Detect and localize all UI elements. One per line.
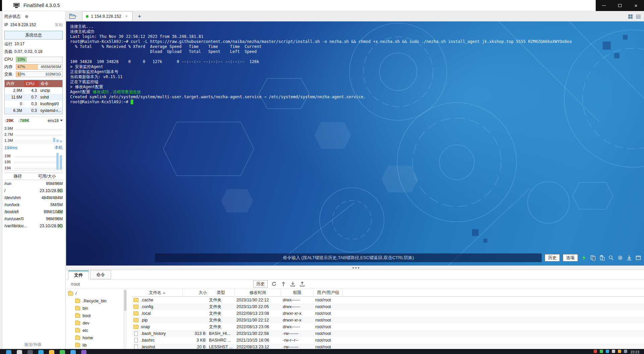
download-icon[interactable] (626, 255, 632, 261)
tree-item-root[interactable]: / (66, 290, 123, 297)
close-tab-icon[interactable]: × (125, 14, 127, 19)
tray-app3-icon[interactable] (612, 350, 615, 353)
path-input[interactable]: /root (66, 282, 644, 287)
file-column-header[interactable]: 用户/用户组 (314, 289, 343, 296)
meter-percent: 47% (17, 65, 25, 69)
file-history-button[interactable]: 历史 (253, 280, 268, 288)
folder-icon (75, 343, 80, 347)
lightning-icon[interactable] (581, 255, 587, 261)
process-column-header[interactable]: CPU (24, 80, 39, 87)
app-icon[interactable] (81, 350, 87, 354)
start-icon[interactable] (6, 350, 11, 354)
qq-icon[interactable] (70, 350, 76, 354)
tree-scrollbar[interactable] (123, 289, 127, 349)
menu-icon[interactable] (636, 15, 641, 18)
terminal-line: 正在获取监控Agent版本号 (70, 69, 643, 74)
title-bar: FinalShell 4.3.0.5 × (0, 0, 644, 11)
panel-splitter[interactable] (66, 266, 644, 270)
explorer-icon[interactable] (49, 350, 54, 354)
taskview-icon[interactable] (28, 350, 33, 354)
process-row[interactable]: 00.3ksoftirqd/0 (5, 101, 62, 107)
file-name: .bash_history (141, 331, 166, 336)
upload-file-icon[interactable] (299, 281, 305, 287)
refresh-icon[interactable] (271, 281, 277, 287)
tree-item[interactable]: boot (66, 312, 123, 319)
file-column-header[interactable]: 类型 (207, 289, 235, 296)
window-icon[interactable] (635, 255, 641, 261)
file-row[interactable]: .bashrc3 KBBASHRC ...2021/10/15 18:06-rw… (132, 337, 644, 344)
process-column-header[interactable]: 命令 (39, 80, 62, 87)
search-icon[interactable] (17, 350, 22, 354)
gear-icon[interactable] (617, 255, 623, 261)
process-row[interactable]: 6.3M0.3systemd-r... (5, 107, 62, 114)
new-tab-button[interactable]: + (137, 13, 143, 21)
process-row[interactable]: 2.9M4.3unzip (5, 87, 62, 94)
tray-app1-icon[interactable] (600, 350, 603, 353)
tree-item[interactable]: etc (66, 327, 123, 334)
open-connection-button[interactable] (66, 11, 79, 21)
disk-size-header[interactable]: 可用/大小 (31, 174, 63, 179)
tree-item-label: boot (83, 313, 91, 318)
tab-files[interactable]: 文件 (68, 271, 89, 280)
copy-ip-button[interactable]: 复制 (55, 22, 63, 28)
file-column-header[interactable]: 修改时间 (235, 289, 281, 296)
options-button[interactable]: 选项 (563, 254, 578, 261)
tray-app4-icon[interactable] (618, 350, 621, 353)
file-column-header[interactable]: 大小 (183, 289, 207, 296)
file-row[interactable]: snap文件夹2022/08/13 23:06drwx------root/ro… (132, 323, 644, 330)
disk-row[interactable]: /var/lib/doc...23.1G/28.9G (4, 222, 63, 229)
system-info-button[interactable]: 系统信息 (4, 31, 63, 40)
close-button[interactable]: × (628, 0, 644, 11)
sidebar-splitter[interactable] (0, 11, 2, 349)
file-column-header[interactable]: 权限 (281, 289, 314, 296)
tray-app5-icon[interactable] (624, 350, 627, 353)
ping-target[interactable]: 本机 (55, 145, 63, 151)
tab-commands[interactable]: 命令 (90, 270, 111, 279)
history-button[interactable]: 历史 (545, 254, 560, 261)
file-row[interactable]: .cache文件夹2023/11/30 22:12drwx------root/… (132, 297, 644, 303)
file-cell: drwxr-xr-x (281, 318, 314, 322)
file-row[interactable]: .lesshst20 BLESSHST ...2022/08/13 23:12-… (132, 344, 644, 349)
browser-icon[interactable] (38, 350, 44, 354)
disk-row[interactable]: /run95M/96M (4, 180, 63, 187)
disk-path: /boot/efi (4, 210, 44, 214)
disk-row[interactable]: /dev/shm484M/484M (4, 194, 63, 201)
maximize-button[interactable] (612, 0, 628, 11)
file-row[interactable]: .bash_history313 BBASH_HI...2023/11/30 2… (132, 330, 644, 337)
minimize-button[interactable] (596, 0, 612, 11)
clock: 23:23 (631, 350, 639, 354)
file-row[interactable]: .config文件夹2023/11/30 22:05drwx------root… (132, 303, 644, 310)
file-column-header[interactable]: 文件名 (132, 289, 183, 296)
copy-icon[interactable] (590, 255, 596, 261)
layout-grid-icon[interactable] (628, 14, 633, 19)
directory-tree: /.Recycle_binbinbootdevetchomeliblib32 (66, 289, 123, 349)
command-input[interactable]: 命令输入 (按ALT键提示历史,TAB键路径,ESC键返回,双击CTRL切换) (155, 253, 542, 262)
file-row[interactable]: .pip文件夹2023/11/30 22:12drwxr-xr-xroot/ro… (132, 317, 644, 323)
tree-item[interactable]: home (66, 334, 123, 342)
tree-item[interactable]: dev (66, 319, 123, 327)
tree-item[interactable]: lib (66, 342, 123, 349)
search-icon[interactable] (608, 255, 614, 261)
tray-app2-icon[interactable] (606, 350, 609, 353)
tray-alert-icon[interactable] (594, 350, 597, 353)
wechat-icon[interactable] (60, 350, 65, 354)
session-tab[interactable]: 1 154.9.228.152 × (82, 11, 132, 21)
activate-upgrade-link[interactable]: 激活/升级 (0, 342, 65, 348)
paste-icon[interactable] (599, 255, 605, 261)
disk-path-header[interactable]: 路径 (4, 174, 31, 179)
transfer-icon[interactable] (280, 281, 286, 287)
disk-row[interactable]: /run/lock5M/5M (4, 201, 63, 208)
tree-item[interactable]: .Recycle_bin (66, 297, 123, 305)
file-name-cell: .pip (132, 318, 183, 322)
folder-icon (75, 314, 80, 318)
tree-item[interactable]: bin (66, 305, 123, 312)
disk-row[interactable]: /23.1G/28.9G (4, 187, 63, 194)
disk-row[interactable]: /boot/efi99M/104M (4, 208, 63, 215)
process-column-header[interactable]: 内存 (5, 80, 24, 87)
process-row[interactable]: 11.6M0.7sshd (5, 94, 62, 101)
terminal[interactable]: 连接主机...连接主机成功Last login: Thu Nov 30 22:5… (66, 21, 644, 266)
interface-selector[interactable]: ens18 (48, 118, 63, 123)
file-row[interactable]: .local文件夹2022/08/13 23:08drwxr-xr-xroot/… (132, 310, 644, 317)
download-file-icon[interactable] (290, 281, 296, 287)
disk-row[interactable]: /run/user/096M/96M (4, 215, 63, 222)
